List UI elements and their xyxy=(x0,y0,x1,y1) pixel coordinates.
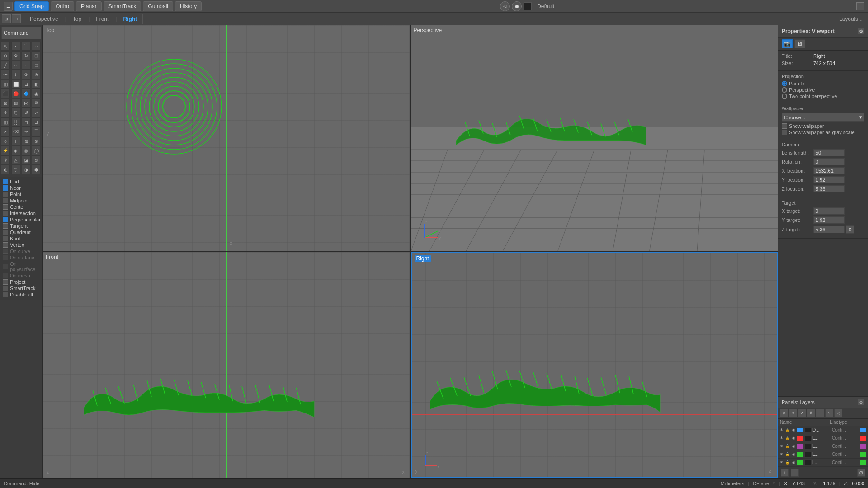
layer-lock-0[interactable]: 🔒 xyxy=(785,427,790,433)
tool-surface4[interactable]: ◧ xyxy=(32,80,41,89)
display-properties-icon[interactable]: 🖥 xyxy=(794,39,805,48)
grid-view-icon[interactable]: ⊞ xyxy=(2,14,11,23)
history-button[interactable]: History xyxy=(175,1,202,11)
single-view-icon[interactable]: □ xyxy=(12,14,21,23)
tool-curve[interactable]: ⌒ xyxy=(22,42,31,51)
tool-render2[interactable]: ⬡ xyxy=(11,165,20,174)
two-point-radio[interactable] xyxy=(782,94,787,99)
tool-render4[interactable]: ⬢ xyxy=(32,165,41,174)
tool-solid2[interactable]: 🔴 xyxy=(11,89,20,98)
snap-item-smarttrack[interactable]: SmartTrack xyxy=(3,286,40,291)
snap-item-project[interactable]: Project xyxy=(3,279,40,285)
snap-item-disable-all[interactable]: Disable all xyxy=(3,292,40,297)
layers-icon-1[interactable]: ⊕ xyxy=(780,409,788,417)
corner-icon[interactable]: ⌐ xyxy=(856,2,864,10)
layer-line-color-2[interactable] xyxy=(860,444,866,449)
tool-copy[interactable]: ⎘ xyxy=(11,108,20,117)
tool-mesh1[interactable]: ⊠ xyxy=(1,99,10,108)
tool-split[interactable]: ⌫ xyxy=(11,127,20,136)
grid-snap-button[interactable]: Grid Snap xyxy=(14,1,49,11)
y-location-input[interactable] xyxy=(813,176,845,183)
layer-lock-2[interactable]: 🔒 xyxy=(785,444,790,449)
tool-circle[interactable]: ○ xyxy=(22,61,31,70)
tool-solid3[interactable]: 🔷 xyxy=(22,89,31,98)
layers-settings-icon[interactable]: ⚙ xyxy=(857,399,864,406)
layers-icon-2[interactable]: ⊙ xyxy=(789,409,797,417)
layer-mat-4[interactable]: ◉ xyxy=(791,460,796,465)
snap-check-intersection[interactable] xyxy=(3,211,8,216)
layer-vis-0[interactable]: 👁 xyxy=(779,427,784,433)
lens-length-input[interactable] xyxy=(813,149,845,156)
tool-dim4[interactable]: ⊘ xyxy=(32,155,41,164)
snap-check-tangent[interactable] xyxy=(3,223,8,229)
tool-dim1[interactable]: ☀ xyxy=(1,155,10,164)
layers-icon-4[interactable]: 🖥 xyxy=(807,409,815,417)
snap-item-quadrant[interactable]: Quadrant xyxy=(3,230,40,235)
snap-check-project[interactable] xyxy=(3,279,8,285)
tool-surface2[interactable]: ⬜ xyxy=(11,80,20,89)
x-location-input[interactable] xyxy=(813,167,845,174)
tool-dim2[interactable]: ◬ xyxy=(11,155,20,164)
x-target-input[interactable] xyxy=(813,207,845,215)
tool-rotate-view[interactable]: ↻ xyxy=(22,51,31,60)
snap-item-vertex[interactable]: Vertex xyxy=(3,242,40,248)
gumball-button[interactable]: Gumball xyxy=(143,1,173,11)
layer-mat-1[interactable]: ◉ xyxy=(791,436,796,441)
layer-line-color-4[interactable] xyxy=(860,460,866,465)
layer-color2-1[interactable] xyxy=(805,436,811,441)
snap-check-vertex[interactable] xyxy=(3,242,8,248)
tool-edit1[interactable]: ⊹ xyxy=(1,136,10,145)
layer-line-color-0[interactable] xyxy=(860,428,866,432)
tool-analysis3[interactable]: ◎ xyxy=(22,146,31,155)
layer-mat-0[interactable]: ◉ xyxy=(791,427,796,433)
layers-icon-6[interactable]: ? xyxy=(825,409,833,417)
stop-button[interactable] xyxy=(524,2,532,10)
snap-check-perpendicular[interactable] xyxy=(3,217,8,222)
tool-solid4[interactable]: ◉ xyxy=(32,89,41,98)
layer-vis-4[interactable]: 👁 xyxy=(779,460,784,465)
layer-color-0[interactable] xyxy=(797,428,803,432)
tool-surface3[interactable]: ⊿ xyxy=(22,80,31,89)
snap-check-center[interactable] xyxy=(3,204,8,210)
layer-lock-1[interactable]: 🔒 xyxy=(785,436,790,441)
tool-join[interactable]: ⊓ xyxy=(22,117,31,127)
tool-analysis4[interactable]: ◯ xyxy=(32,146,41,155)
snap-item-knot[interactable]: Knot xyxy=(3,236,40,241)
wallpaper-dropdown[interactable]: Choose... ▾ xyxy=(782,113,864,122)
layer-color2-4[interactable] xyxy=(805,460,811,465)
tool-helix[interactable]: ⟳ xyxy=(22,70,31,79)
snap-item-point[interactable]: Point xyxy=(3,192,40,197)
rotation-input[interactable] xyxy=(813,158,845,165)
tool-analysis1[interactable]: ⚡ xyxy=(1,146,10,155)
snap-check-point[interactable] xyxy=(3,192,8,197)
planar-button[interactable]: Planar xyxy=(76,1,102,11)
layers-footer-settings[interactable]: ⚙ xyxy=(857,469,865,477)
menu-icon[interactable]: ☰ xyxy=(4,2,13,11)
tool-interpcrv[interactable]: ⌇ xyxy=(11,70,20,79)
layers-icon-7[interactable]: ◁ xyxy=(834,409,842,417)
layer-color-3[interactable] xyxy=(797,452,803,457)
tool-line[interactable]: ╱ xyxy=(1,61,10,70)
snap-check-knot[interactable] xyxy=(3,236,8,241)
camera-properties-icon[interactable]: 📷 xyxy=(782,39,793,48)
tool-render1[interactable]: ◐ xyxy=(1,165,10,174)
z-target-input[interactable] xyxy=(813,226,845,233)
tool-scale[interactable]: ⤢ xyxy=(32,108,41,117)
tool-extend[interactable]: ⇥ xyxy=(22,127,31,136)
viewport-perspective[interactable]: x z y Perspective xyxy=(411,25,778,251)
snap-item-end[interactable]: End xyxy=(3,179,40,184)
tool-edit2[interactable]: ⊺ xyxy=(11,136,20,145)
y-target-input[interactable] xyxy=(813,216,845,224)
layer-row-4[interactable]: 👁 🔒 ◉ L... Conti... xyxy=(778,459,868,467)
tool-mesh3[interactable]: ⋈ xyxy=(22,99,31,108)
tool-surface1[interactable]: ◫ xyxy=(1,80,10,89)
z-location-input[interactable] xyxy=(813,185,845,192)
tool-select[interactable]: ↖ xyxy=(1,42,10,51)
snap-check-end[interactable] xyxy=(3,179,8,184)
snap-item-near[interactable]: Near xyxy=(3,185,40,191)
add-layer-button[interactable]: + xyxy=(781,469,789,477)
layer-line-color-1[interactable] xyxy=(860,436,866,441)
tool-fillet[interactable]: ⌒ xyxy=(32,127,41,136)
layer-color2-2[interactable] xyxy=(805,444,811,449)
layer-mat-2[interactable]: ◉ xyxy=(791,444,796,449)
